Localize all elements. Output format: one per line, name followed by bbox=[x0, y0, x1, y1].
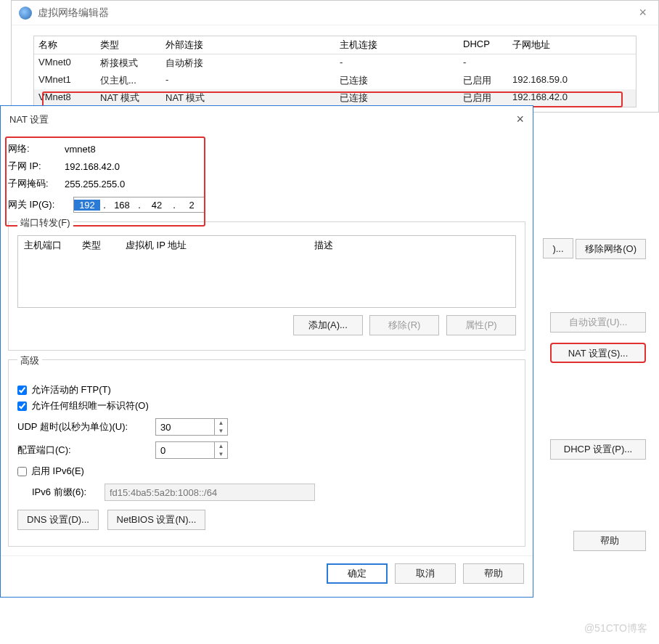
col-host: 主机连接 bbox=[340, 38, 463, 52]
spinner-arrows[interactable]: ▲▼ bbox=[214, 419, 227, 435]
netbios-settings-button[interactable]: NetBIOS 设置(N)... bbox=[107, 510, 206, 530]
pf-buttons: 添加(A)... 移除(R) 属性(P) bbox=[17, 315, 516, 341]
subnet-value: 192.168.42.0 bbox=[65, 161, 120, 172]
main-help-button[interactable]: 帮助 bbox=[573, 531, 646, 551]
net-value: vmnet8 bbox=[65, 144, 96, 155]
ip-octet-2[interactable]: 168 bbox=[109, 200, 135, 211]
ok-button[interactable]: 确定 bbox=[327, 563, 388, 584]
dialog-footer: 确定 取消 帮助 bbox=[1, 555, 533, 597]
pf-col-type: 类型 bbox=[82, 239, 126, 252]
mask-label: 子网掩码: bbox=[8, 177, 65, 190]
virtual-network-editor-window: 虚拟网络编辑器 × 名称 类型 外部连接 主机连接 DHCP 子网地址 VMne… bbox=[11, 0, 659, 113]
main-titlebar: 虚拟网络编辑器 × bbox=[12, 1, 658, 25]
nat-settings-dialog: NAT 设置 × 网络:vmnet8 子网 IP:192.168.42.0 子网… bbox=[0, 105, 533, 598]
col-name: 名称 bbox=[38, 38, 100, 52]
gateway-ip-input[interactable]: 192. 168. 42. 2 bbox=[73, 197, 205, 213]
table-row-selected[interactable]: VMnet8 NAT 模式 NAT 模式 已连接 已启用 192.168.42.… bbox=[34, 89, 636, 107]
gateway-label: 网关 IP(G): bbox=[8, 198, 73, 211]
oui-label: 允许任何组织唯一标识符(O) bbox=[31, 399, 149, 412]
table-row[interactable]: VMnet1 仅主机... - 已连接 已启用 192.168.59.0 bbox=[34, 72, 636, 89]
watermark: @51CTO博客 bbox=[584, 622, 647, 635]
dialog-titlebar: NAT 设置 × bbox=[1, 106, 533, 133]
chevron-down-icon: ▼ bbox=[215, 450, 227, 458]
udp-label: UDP 超时(以秒为单位)(U): bbox=[17, 420, 155, 433]
auto-settings-button[interactable]: 自动设置(U)... bbox=[550, 312, 646, 333]
net-label: 网络: bbox=[8, 142, 65, 155]
pf-col-desc: 描述 bbox=[314, 239, 509, 252]
main-right-buttons: )... 移除网络(O) bbox=[543, 238, 646, 265]
remove-network-button[interactable]: 移除网络(O) bbox=[576, 239, 646, 259]
col-dhcp: DHCP bbox=[463, 38, 512, 52]
pf-col-vm-ip: 虚拟机 IP 地址 bbox=[126, 239, 314, 252]
nat-settings-button[interactable]: NAT 设置(S)... bbox=[550, 343, 646, 363]
app-icon bbox=[19, 7, 32, 20]
adv-legend: 高级 bbox=[17, 354, 42, 367]
close-icon[interactable]: × bbox=[516, 112, 524, 127]
chevron-up-icon: ▲ bbox=[215, 442, 227, 450]
ipv6-label: 启用 IPv6(E) bbox=[31, 465, 84, 478]
chevron-up-icon: ▲ bbox=[215, 419, 227, 427]
config-port-field: 配置端口(C): ▲▼ bbox=[17, 441, 516, 459]
config-port-spinner[interactable]: ▲▼ bbox=[155, 441, 228, 459]
ftp-checkbox[interactable] bbox=[17, 386, 27, 395]
ipv6-prefix-input bbox=[105, 484, 315, 501]
ftp-label: 允许活动的 FTP(T) bbox=[31, 383, 111, 396]
allow-active-ftp[interactable]: 允许活动的 FTP(T) bbox=[17, 383, 516, 396]
main-settings-buttons: 自动设置(U)... NAT 设置(S)... bbox=[550, 312, 646, 373]
dhcp-settings-area: DHCP 设置(P)... bbox=[550, 439, 646, 465]
udp-timeout-spinner[interactable]: ▲▼ bbox=[155, 418, 228, 436]
udp-timeout-input[interactable] bbox=[156, 419, 214, 435]
ip-octet-3[interactable]: 42 bbox=[144, 200, 170, 211]
spinner-arrows[interactable]: ▲▼ bbox=[214, 442, 227, 458]
truncated-button[interactable]: )... bbox=[543, 238, 573, 258]
pf-legend: 端口转发(F) bbox=[17, 216, 73, 229]
ip-octet-4[interactable]: 2 bbox=[179, 200, 205, 211]
dialog-help-button[interactable]: 帮助 bbox=[463, 563, 524, 584]
config-port-input[interactable] bbox=[156, 442, 214, 458]
subnet-label: 子网 IP: bbox=[8, 160, 65, 173]
advanced-group: 高级 允许活动的 FTP(T) 允许任何组织唯一标识符(O) UDP 超时(以秒… bbox=[8, 359, 525, 547]
main-help-area: 帮助 bbox=[573, 531, 646, 557]
udp-timeout-field: UDP 超时(以秒为单位)(U): ▲▼ bbox=[17, 418, 516, 436]
port-forwarding-group: 端口转发(F) 主机端口 类型 虚拟机 IP 地址 描述 添加(A)... 移除… bbox=[8, 221, 525, 351]
network-table: 名称 类型 外部连接 主机连接 DHCP 子网地址 VMnet0 桥接模式 自动… bbox=[33, 36, 637, 107]
cfg-port-label: 配置端口(C): bbox=[17, 444, 155, 457]
ip-octet-1[interactable]: 192 bbox=[74, 200, 100, 211]
dhcp-settings-button[interactable]: DHCP 设置(P)... bbox=[550, 439, 646, 460]
gateway-ip-row: 网关 IP(G): 192. 168. 42. 2 bbox=[8, 197, 525, 213]
oui-checkbox[interactable] bbox=[17, 402, 27, 411]
dns-netbios-row: DNS 设置(D)... NetBIOS 设置(N)... bbox=[17, 510, 516, 536]
dialog-title: NAT 设置 bbox=[9, 113, 49, 126]
properties-button[interactable]: 属性(P) bbox=[446, 315, 516, 335]
mask-value: 255.255.255.0 bbox=[65, 179, 125, 189]
chevron-down-icon: ▼ bbox=[215, 427, 227, 435]
ipv6-prefix-field: IPv6 前缀(6): bbox=[32, 484, 516, 501]
col-subnet: 子网地址 bbox=[512, 38, 631, 52]
remove-button[interactable]: 移除(R) bbox=[369, 315, 439, 335]
col-ext: 外部连接 bbox=[165, 38, 340, 52]
col-type: 类型 bbox=[100, 38, 165, 52]
network-info: 网络:vmnet8 子网 IP:192.168.42.0 子网掩码:255.25… bbox=[8, 139, 525, 194]
pf-list[interactable]: 主机端口 类型 虚拟机 IP 地址 描述 bbox=[17, 235, 516, 308]
pf-col-host-port: 主机端口 bbox=[24, 239, 82, 252]
add-button[interactable]: 添加(A)... bbox=[293, 315, 363, 335]
close-icon[interactable]: × bbox=[634, 5, 651, 20]
allow-any-oui[interactable]: 允许任何组织唯一标识符(O) bbox=[17, 399, 516, 412]
network-table-header: 名称 类型 外部连接 主机连接 DHCP 子网地址 bbox=[34, 36, 636, 54]
ipv6-checkbox[interactable] bbox=[17, 467, 27, 476]
enable-ipv6[interactable]: 启用 IPv6(E) bbox=[17, 465, 516, 478]
pf-header: 主机端口 类型 虚拟机 IP 地址 描述 bbox=[18, 236, 515, 255]
dns-settings-button[interactable]: DNS 设置(D)... bbox=[17, 510, 99, 530]
table-row[interactable]: VMnet0 桥接模式 自动桥接 - - bbox=[34, 54, 636, 72]
main-title: 虚拟网络编辑器 bbox=[38, 7, 109, 20]
cancel-button[interactable]: 取消 bbox=[395, 563, 456, 584]
ipv6-prefix-label: IPv6 前缀(6): bbox=[32, 486, 105, 499]
